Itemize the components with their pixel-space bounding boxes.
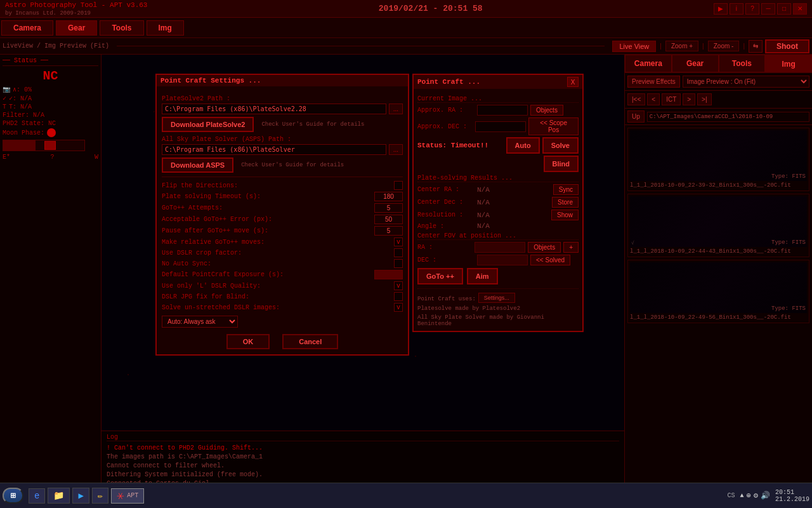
- start-button[interactable]: ⊞: [3, 488, 23, 504]
- asps-path-input[interactable]: [162, 144, 386, 155]
- solve-btn[interactable]: Solve: [542, 137, 579, 154]
- image-type-2: Type: FITS: [771, 239, 806, 246]
- acceptable-error-label: Acceptable GoTo++ Error (px):: [162, 216, 374, 223]
- scope-pos-btn[interactable]: << Scope Pos: [528, 117, 579, 135]
- timeout-input[interactable]: [374, 192, 403, 201]
- center-ra-label: Center RA :: [417, 186, 475, 193]
- objects-ra-btn[interactable]: Objects: [530, 105, 563, 116]
- preview-effects-btn[interactable]: Preview Effects: [627, 76, 680, 88]
- acceptable-error-input[interactable]: [374, 215, 403, 224]
- right-tab-gear[interactable]: Gear: [672, 55, 719, 72]
- image-thumb-1: Type: FITS: [630, 130, 807, 181]
- download-asps-btn[interactable]: Download ASPS: [162, 157, 233, 173]
- image-item-2[interactable]: √ Type: FITS l_1_l_2018-10-09_22-44-43_B…: [627, 194, 809, 257]
- goto-row: GoTo ++ Aim: [417, 268, 579, 284]
- preview-dropdown[interactable]: Image Preview : On (Fit): [683, 76, 809, 88]
- plate-solve2-browse-btn[interactable]: ...: [389, 104, 403, 114]
- point-craft-settings-dialog: Point Craft Settings ... PlateSolve2 Pat…: [155, 74, 409, 356]
- help-btn[interactable]: ?: [745, 3, 759, 15]
- pc-close-btn[interactable]: X: [567, 77, 579, 87]
- info-btn[interactable]: i: [730, 3, 743, 15]
- use-dslr-row: Use DSLR crop factor:: [162, 248, 403, 257]
- no-auto-sync-checkbox[interactable]: [394, 259, 403, 268]
- approx-ra-label: Approx. RA :: [417, 107, 475, 114]
- tab-camera[interactable]: Camera: [1, 20, 53, 36]
- play-btn[interactable]: ▶: [714, 3, 728, 15]
- tab-tools[interactable]: Tools: [100, 20, 143, 36]
- use-dslr-checkbox[interactable]: [394, 248, 403, 257]
- approx-dec-input[interactable]: [475, 121, 526, 132]
- settings-btn[interactable]: Settings...: [478, 293, 515, 303]
- auto-dropdown[interactable]: Auto: Always ask: [162, 316, 238, 328]
- pcs-ok-btn[interactable]: OK: [226, 334, 270, 349]
- aim-btn[interactable]: Aim: [467, 268, 498, 284]
- show-btn[interactable]: Show: [551, 210, 579, 220]
- plate-solve2-path-input[interactable]: [162, 104, 386, 114]
- zoom-minus-btn[interactable]: Zoom -: [708, 41, 740, 51]
- up-btn[interactable]: Up: [627, 110, 645, 123]
- pcs-title: Point Craft Settings ...: [160, 77, 261, 84]
- goto-attempts-input[interactable]: [374, 203, 403, 213]
- use-only-l-checkbox[interactable]: v: [394, 281, 403, 290]
- pause-input[interactable]: [374, 226, 403, 236]
- right-tab-camera[interactable]: Camera: [625, 55, 672, 72]
- moon-indicator: [47, 128, 56, 137]
- live-view-btn[interactable]: Live View: [612, 41, 656, 52]
- tab-img[interactable]: Img: [147, 20, 184, 36]
- pcs-cancel-btn[interactable]: Cancel: [282, 334, 338, 349]
- tab-gear[interactable]: Gear: [56, 20, 97, 36]
- default-exposure-input[interactable]: [374, 270, 403, 279]
- image-type-1: Type: FITS: [771, 173, 806, 180]
- titlebar-datetime: 2019/02/21 - 20:51 58: [379, 4, 483, 13]
- make-relative-checkbox[interactable]: v: [394, 237, 403, 246]
- close-btn[interactable]: ✕: [793, 3, 807, 15]
- flip-checkbox[interactable]: [394, 181, 403, 190]
- right-tab-img[interactable]: Img: [765, 55, 812, 72]
- zoom-plus-btn[interactable]: Zoom +: [665, 41, 698, 51]
- camera-icon: 📷: [3, 86, 10, 93]
- taskbar-ie[interactable]: e: [29, 488, 45, 504]
- slider-track[interactable]: [3, 140, 85, 151]
- shoot-btn[interactable]: Shoot: [765, 39, 809, 53]
- solve-unstretched-row: Solve un-stretched DSLR images: v: [162, 303, 403, 312]
- solved-btn[interactable]: << Solved: [530, 255, 570, 265]
- maximize-btn[interactable]: □: [777, 3, 791, 15]
- goto-pp-btn[interactable]: GoTo ++: [417, 268, 463, 284]
- store-btn[interactable]: Store: [552, 197, 579, 208]
- plus-btn[interactable]: +: [563, 242, 579, 253]
- image-item-3[interactable]: Type: FITS l_1_l_2018-10-09_22-49-56_Bin…: [627, 260, 809, 323]
- sys-icon-2: ⚙: [754, 491, 758, 500]
- objects-fov-btn[interactable]: Objects: [528, 242, 561, 253]
- solve-unstretched-checkbox[interactable]: v: [394, 303, 403, 312]
- asps-browse-btn[interactable]: ...: [389, 144, 403, 155]
- auto-btn[interactable]: Auto: [506, 137, 540, 154]
- dslr-jpg-checkbox[interactable]: [394, 292, 403, 301]
- nav-next-btn[interactable]: >: [683, 93, 695, 105]
- blind-btn[interactable]: Blind: [544, 156, 579, 172]
- approx-ra-input[interactable]: [477, 105, 528, 116]
- taskbar-draw[interactable]: ✏: [92, 488, 108, 504]
- right-tab-tools[interactable]: Tools: [719, 55, 766, 72]
- status-temp-row: T T: N/A: [3, 104, 98, 110]
- download-platesolve2-btn[interactable]: Download PlateSolve2: [162, 117, 254, 132]
- image-type-3: Type: FITS: [771, 305, 806, 312]
- taskbar-explorer[interactable]: 📁: [48, 488, 70, 504]
- fov-ra-input[interactable]: [475, 242, 525, 253]
- arrow-icon[interactable]: ⇆: [749, 40, 763, 53]
- action-bar: LiveView / Img Preview (Fit) Live View |…: [0, 38, 812, 55]
- minimize-btn[interactable]: ─: [761, 3, 775, 15]
- nav-prev-btn[interactable]: <: [647, 93, 660, 105]
- top-navigation: Camera Gear Tools Img: [0, 18, 812, 38]
- nav-first-btn[interactable]: |<<: [627, 93, 645, 105]
- nav-ict-btn[interactable]: ICT: [662, 93, 681, 105]
- nav-last-btn[interactable]: >|: [697, 93, 711, 105]
- image-item-1[interactable]: Type: FITS l_1_l_2018-10-09_22-39-32_Bin…: [627, 128, 809, 191]
- nav-path: C:\APT_Images\CameraCCD_1\2018-10-09: [647, 112, 809, 122]
- fov-dec-input[interactable]: [477, 255, 528, 265]
- sync-btn[interactable]: Sync: [553, 184, 579, 195]
- taskbar-apt[interactable]: ⚹ APT: [111, 488, 144, 504]
- taskbar-media[interactable]: ▶: [72, 488, 89, 504]
- slider-handle[interactable]: [44, 141, 56, 150]
- slider-fill: [3, 140, 36, 150]
- media-icon: ▶: [78, 490, 83, 501]
